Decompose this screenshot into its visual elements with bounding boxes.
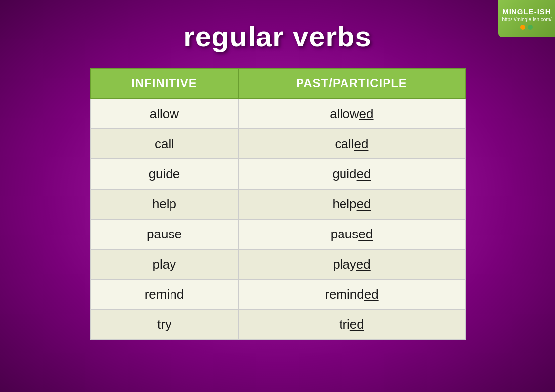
cell-past: helped: [238, 189, 465, 219]
header-infinitive: INFINITIVE: [90, 68, 239, 99]
page-title: regular verbs: [183, 20, 372, 53]
table-row: trytried: [90, 310, 465, 340]
past-suffix: ed: [357, 166, 371, 181]
dot-orange: [520, 25, 525, 30]
cell-past: tried: [238, 310, 465, 340]
past-base: tri: [339, 317, 350, 332]
header-past: PAST/PARTICIPLE: [238, 68, 465, 99]
past-base: guid: [332, 166, 356, 181]
logo-title: Mingle-ish: [502, 7, 551, 16]
cell-past: guided: [238, 159, 465, 189]
logo-url: https://mingle-ish.com/: [502, 17, 551, 22]
past-base: call: [335, 136, 354, 151]
table-row: guideguided: [90, 159, 465, 189]
past-suffix: ed: [359, 106, 374, 121]
cell-past: played: [238, 249, 465, 279]
cell-past: called: [238, 129, 465, 159]
cell-infinitive: play: [90, 249, 239, 279]
past-suffix: ed: [357, 196, 371, 211]
cell-past: allowed: [238, 99, 465, 129]
past-suffix: ed: [356, 257, 371, 272]
past-base: remind: [325, 287, 364, 302]
cell-infinitive: call: [90, 129, 239, 159]
table-row: pausepaused: [90, 219, 465, 249]
table-row: playplayed: [90, 249, 465, 279]
table-row: helphelped: [90, 189, 465, 219]
cell-past: reminded: [238, 279, 465, 310]
past-suffix: ed: [354, 136, 369, 151]
dot-green: [528, 25, 533, 30]
table-row: callcalled: [90, 129, 465, 159]
past-suffix: ed: [358, 227, 373, 241]
cell-infinitive: allow: [90, 99, 239, 129]
table-row: remindreminded: [90, 279, 465, 310]
past-base: allow: [330, 106, 359, 121]
table-header-row: INFINITIVE PAST/PARTICIPLE: [90, 68, 465, 99]
cell-infinitive: pause: [90, 219, 239, 249]
cell-infinitive: try: [90, 310, 239, 340]
table-row: allowallowed: [90, 99, 465, 129]
cell-past: paused: [238, 219, 465, 249]
past-suffix: ed: [364, 287, 379, 302]
cell-infinitive: help: [90, 189, 239, 219]
logo-dots: [520, 25, 533, 30]
cell-infinitive: guide: [90, 159, 239, 189]
logo-badge: Mingle-ish https://mingle-ish.com/: [498, 0, 555, 37]
verbs-table-wrapper: INFINITIVE PAST/PARTICIPLE allowallowedc…: [90, 68, 466, 340]
cell-infinitive: remind: [90, 279, 239, 310]
past-suffix: ed: [350, 317, 364, 332]
past-base: paus: [331, 227, 358, 241]
past-base: play: [333, 257, 356, 272]
verbs-table: INFINITIVE PAST/PARTICIPLE allowallowedc…: [90, 68, 466, 340]
past-base: help: [332, 196, 356, 211]
